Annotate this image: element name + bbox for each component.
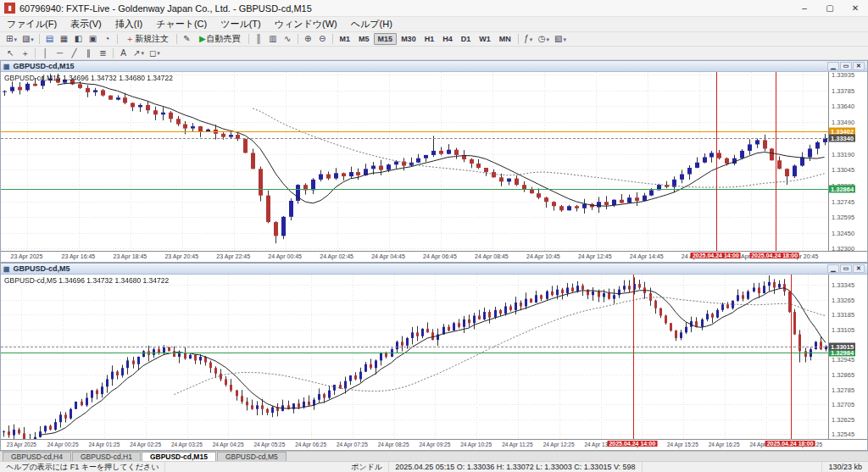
time-axis-label: 23 Apr 22:45 — [216, 253, 250, 259]
cursor-button[interactable]: ↖ — [3, 47, 18, 59]
tab-gbpusd-cd-h4[interactable]: GBPUSD-cd,H4 — [3, 452, 71, 461]
chart-titlebar-m15[interactable]: ▦ GBPUSD-cd,M15 ▁ ▭ ✕ — [1, 61, 867, 72]
chart-title: GBPUSD-cd,M15 — [14, 62, 75, 70]
status-symbol: ポンドル — [345, 462, 389, 472]
tab-gbpusd-cd-m15[interactable]: GBPUSD-cd,M15 — [142, 452, 216, 461]
indicators-button[interactable]: ƒ▾ — [521, 33, 536, 45]
toolbar-separator — [117, 34, 118, 44]
profiles-button[interactable]: ▨▾ — [19, 33, 36, 45]
metaeditor-button[interactable]: ✎ — [180, 33, 194, 45]
chart-minimize-button[interactable]: ▁ — [827, 62, 839, 70]
chart-titlebar-m5[interactable]: ▦ GBPUSD-cd,M5 ▁ ▭ ✕ — [1, 264, 867, 275]
vertical-line-button[interactable]: │ — [38, 47, 53, 59]
menu-tools[interactable]: ツール(T) — [214, 17, 268, 31]
time-axis-label: 23 Apr 2025 — [7, 441, 36, 447]
new-chart-button[interactable]: ⊞▾ — [3, 33, 19, 45]
horizontal-line-icon: ─ — [57, 49, 63, 58]
chart-restore-button[interactable]: ▭ — [840, 62, 852, 70]
candlestick-chart-button[interactable]: ▥ — [266, 33, 281, 45]
time-axis-label: 24 Apr 15:25 — [667, 441, 698, 447]
data-window-button[interactable]: ▦ — [57, 33, 71, 45]
periods-icon: ◷ — [538, 35, 546, 43]
crosshair-button[interactable]: ＋ — [18, 47, 32, 59]
timeframe-h1-button[interactable]: H1 — [420, 33, 439, 45]
chart-restore-button[interactable]: ▭ — [840, 264, 852, 273]
new-chart-icon: ⊞ — [6, 35, 13, 43]
price-axis-label: 1.32865 — [832, 370, 854, 378]
time-axis-label: 24 Apr 05:25 — [253, 441, 285, 447]
menu-help[interactable]: ヘルプ(H) — [344, 17, 399, 31]
close-button[interactable]: ✕ — [843, 0, 868, 16]
status-bar: ヘルプの表示には F1 キーを押してください ポンドル 2025.04.25 0… — [0, 461, 868, 472]
menu-view[interactable]: 表示(V) — [64, 17, 108, 31]
vline-time-badge: 2025.04.24 18:00 — [765, 441, 815, 447]
zoom-out-button[interactable]: ⊖ — [315, 33, 330, 45]
profiles-icon: ▨ — [22, 35, 30, 43]
auto-trading-button[interactable]: ▶自動売買 — [194, 33, 246, 45]
toolbar-separator — [35, 48, 36, 58]
minimize-button[interactable]: – — [792, 0, 817, 16]
periods-button[interactable]: ◷▾ — [536, 33, 552, 45]
price-chart-canvas-m5[interactable] — [1, 275, 828, 439]
current-price-badge: 1.33015 — [829, 342, 855, 350]
menu-file[interactable]: ファイル(F) — [0, 17, 64, 31]
chart-close-button[interactable]: ✕ — [853, 62, 865, 70]
price-axis[interactable]: 1.333451.332651.331851.331051.330251.329… — [828, 275, 867, 439]
tab-gbpusd-cd-h1[interactable]: GBPUSD-cd,H1 — [72, 452, 141, 461]
timeframe-h4-button[interactable]: H4 — [438, 33, 457, 45]
line-chart-icon: ∿ — [284, 35, 291, 43]
timeframe-m15-button[interactable]: M15 — [374, 33, 398, 45]
price-axis-label: 1.32745 — [832, 197, 854, 205]
toolbar-separator — [176, 34, 177, 44]
price-axis-label: 1.32705 — [832, 401, 854, 408]
new-order-button[interactable]: ＋新規注文 — [120, 33, 174, 45]
shapes-button[interactable]: ◻▾ — [147, 47, 163, 59]
chart-minimize-button[interactable]: ▁ — [827, 264, 839, 273]
bar-chart-button[interactable]: ║ — [252, 33, 266, 45]
market-watch-button[interactable]: ▤ — [42, 33, 57, 45]
menu-insert[interactable]: 挿入(I) — [108, 17, 149, 31]
timeframe-d1-button[interactable]: D1 — [457, 33, 476, 45]
templates-button[interactable]: ▧▾ — [552, 33, 569, 45]
menu-chart[interactable]: チャート(C) — [149, 17, 214, 31]
timeframe-m1-button[interactable]: M1 — [336, 33, 355, 45]
time-axis-label: 24 Apr 03:25 — [171, 441, 203, 447]
application-window: ▮ 60796940: FXTF-Live - Goldenway Japan … — [0, 0, 868, 472]
fibonacci-button[interactable]: ≣ — [96, 47, 110, 59]
crosshair-icon: ＋ — [21, 49, 30, 58]
timeframe-m30-button[interactable]: M30 — [397, 33, 420, 45]
text-label-button[interactable]: A — [116, 47, 131, 59]
trendline-button[interactable]: ╱ — [67, 47, 81, 59]
time-axis[interactable]: 23 Apr 202524 Apr 00:2524 Apr 01:2524 Ap… — [1, 439, 867, 450]
timeframe-m5-button[interactable]: M5 — [354, 33, 374, 45]
metaeditor-icon: ✎ — [183, 35, 190, 43]
channel-button[interactable]: ∥ — [81, 47, 96, 59]
timeframe-mn-button[interactable]: MN — [495, 33, 515, 45]
new-order-icon: ＋ — [125, 35, 134, 43]
terminal-button[interactable]: ▣ — [86, 33, 100, 45]
timeframe-w1-button[interactable]: W1 — [475, 33, 495, 45]
line-chart-button[interactable]: ∿ — [281, 33, 295, 45]
strategy-tester-button[interactable]: ◔ — [100, 33, 114, 45]
price-chart-canvas-m15[interactable] — [1, 72, 828, 251]
navigator-button[interactable]: ◧ — [71, 33, 86, 45]
horizontal-line-button[interactable]: ─ — [53, 47, 67, 59]
time-axis[interactable]: 23 Apr 202523 Apr 16:4523 Apr 18:4523 Ap… — [1, 251, 867, 262]
time-axis-label: 24 Apr 00:25 — [47, 441, 79, 447]
tab-gbpusd-cd-m5[interactable]: GBPUSD-cd,M5 — [217, 452, 287, 461]
chart-close-button[interactable]: ✕ — [853, 264, 865, 273]
app-icon: ▮ — [4, 3, 15, 14]
toolbar-separator — [113, 48, 114, 58]
price-axis-label: 1.33785 — [832, 86, 854, 94]
maximize-button[interactable]: ▢ — [817, 0, 843, 16]
data-window-icon: ▦ — [60, 35, 68, 43]
zoom-in-button[interactable]: ⊕ — [301, 33, 315, 45]
time-axis-label: 24 Apr 06:45 — [423, 253, 457, 259]
menu-window[interactable]: ウィンドウ(W) — [268, 17, 344, 31]
price-axis[interactable]: 1.339351.337851.336401.334901.333401.331… — [828, 72, 867, 251]
window-titlebar[interactable]: ▮ 60796940: FXTF-Live - Goldenway Japan … — [0, 0, 868, 17]
price-axis-label: 1.33935 — [832, 71, 854, 79]
arrow-tools-button[interactable]: ↗▾ — [131, 47, 147, 59]
price-axis-label: 1.32785 — [832, 386, 854, 393]
price-axis-label: 1.33185 — [832, 311, 854, 319]
